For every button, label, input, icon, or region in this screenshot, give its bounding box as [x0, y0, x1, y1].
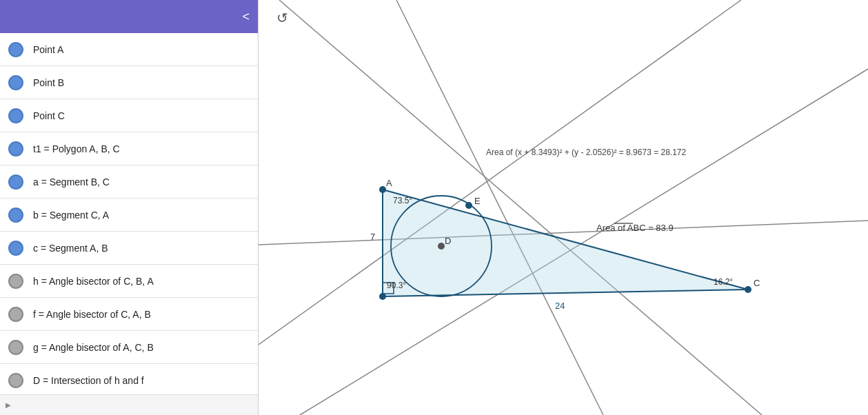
sidebar-item-point-d[interactable]: D = Intersection of h and f	[0, 364, 258, 394]
angle-c-label: 16.2°	[714, 277, 733, 287]
sidebar-list[interactable]: Point APoint BPoint Ct1 = Polygon A, B, …	[0, 33, 258, 394]
angle-b-label: 90.3°	[387, 281, 406, 290]
sidebar-item-seg-a[interactable]: a = Segment B, C	[0, 165, 258, 199]
point-d-label: D	[445, 236, 451, 246]
sidebar-item-angle-h[interactable]: h = Angle bisector of C, B, A	[0, 265, 258, 298]
sidebar-item-point-a[interactable]: Point A	[0, 33, 258, 66]
sidebar: < Point APoint BPoint Ct1 = Polygon A, B…	[0, 0, 259, 415]
item-dot-point-b	[8, 75, 23, 90]
svg-point-14	[438, 243, 445, 250]
svg-point-11	[379, 186, 386, 193]
side-length-label: 24	[555, 301, 565, 311]
item-dot-seg-b	[8, 208, 23, 223]
item-label-angle-h: h = Angle bisector of C, B, A	[33, 276, 154, 287]
sidebar-footer: ▶	[0, 394, 258, 415]
point-b-label: 7	[370, 232, 375, 242]
item-label-point-c: Point C	[33, 110, 65, 121]
point-e-label: E	[474, 196, 481, 206]
item-label-angle-g: g = Angle bisector of A, C, B	[33, 342, 154, 353]
point-a-label: A	[386, 178, 392, 188]
item-dot-t1	[8, 141, 23, 156]
sidebar-item-point-b[interactable]: Point B	[0, 66, 258, 99]
sidebar-item-seg-c[interactable]: c = Segment A, B	[0, 232, 258, 265]
sidebar-item-point-c[interactable]: Point C	[0, 99, 258, 132]
item-dot-angle-f	[8, 307, 23, 322]
item-dot-seg-a	[8, 174, 23, 190]
svg-marker-5	[383, 190, 748, 296]
item-dot-angle-g	[8, 340, 23, 355]
item-dot-point-a	[8, 42, 23, 57]
item-label-point-b: Point B	[33, 77, 64, 88]
item-dot-seg-c	[8, 241, 23, 256]
svg-line-0	[279, 0, 762, 415]
collapse-icon[interactable]: <	[242, 10, 250, 24]
item-label-t1: t1 = Polygon A, B, C	[33, 143, 120, 154]
sidebar-item-t1[interactable]: t1 = Polygon A, B, C	[0, 132, 258, 165]
undo-button[interactable]: ↺	[271, 7, 293, 29]
geometry-canvas: A 7 C D E 73.5° 90.3° 16.2° 24 Area of (…	[259, 0, 868, 415]
item-label-seg-c: c = Segment A, B	[33, 243, 108, 254]
canvas-area[interactable]: ↺	[259, 0, 868, 415]
item-label-seg-a: a = Segment B, C	[33, 176, 110, 188]
sidebar-item-seg-b[interactable]: b = Segment C, A	[0, 199, 258, 232]
svg-point-13	[745, 286, 751, 293]
sidebar-item-angle-f[interactable]: f = Angle bisector of C, A, B	[0, 298, 258, 331]
item-dot-point-d	[8, 373, 23, 388]
area-abc-label: Area of ABC = 83.9	[596, 223, 674, 233]
equation-label: Area of (x + 8.3493)² + (y - 2.0526)² = …	[486, 148, 687, 157]
svg-point-15	[465, 202, 472, 209]
svg-point-12	[379, 293, 386, 300]
item-dot-angle-h	[8, 274, 23, 289]
item-label-angle-f: f = Angle bisector of C, A, B	[33, 309, 151, 320]
scroll-indicator: ▶	[6, 401, 11, 409]
angle-a-label: 73.5°	[393, 196, 412, 205]
item-dot-point-c	[8, 108, 23, 123]
item-label-seg-b: b = Segment C, A	[33, 210, 109, 221]
item-label-point-a: Point A	[33, 44, 63, 55]
item-label-point-d: D = Intersection of h and f	[33, 375, 144, 386]
point-c-label: C	[754, 278, 760, 288]
sidebar-item-angle-g[interactable]: g = Angle bisector of A, C, B	[0, 331, 258, 364]
sidebar-header: <	[0, 0, 258, 33]
